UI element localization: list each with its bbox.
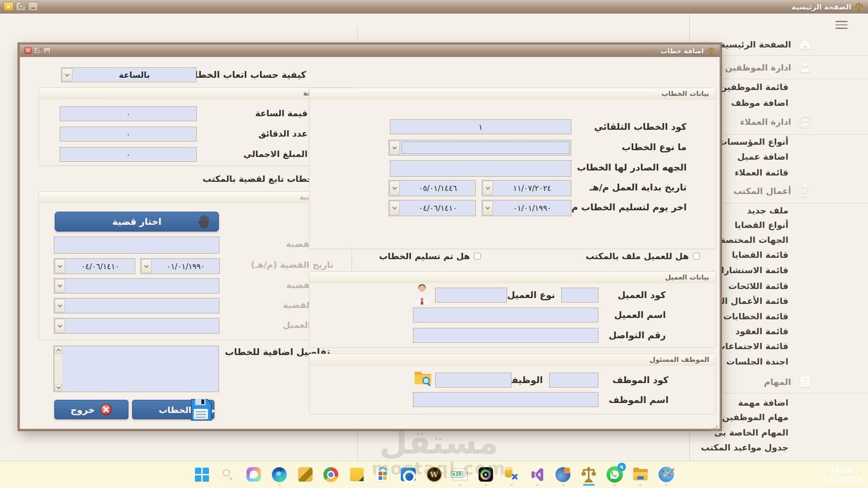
main-minimize-button[interactable] [28,2,38,11]
case-date-label: تاريخ القضية (م/هـ) [251,260,334,270]
x10-terminal-icon[interactable]: x10)7 [451,465,469,483]
main-restore-button[interactable] [16,2,26,11]
case-code-input[interactable] [54,237,219,254]
scroll-down-icon[interactable] [55,384,62,391]
paint-icon[interactable] [657,465,675,483]
total-amount-label: المبلغ الاجمالي [243,149,308,159]
running-app-indicator [665,484,668,486]
running-app-indicator [510,484,513,486]
total-amount-input[interactable]: ٠ [60,147,197,162]
sidebar-item-label: قائمة القضايا [732,250,788,260]
chrome-icon[interactable] [322,465,340,483]
choose-case-button[interactable]: اختار قضية [55,212,219,232]
main-window-controls: × [4,2,38,11]
outlook-icon[interactable] [399,465,417,483]
case-date-hijri-value: ٠٤/٠٦/١٤١٠ [66,259,135,274]
a-app-icon[interactable]: a [477,465,495,483]
edge-icon[interactable] [270,465,289,483]
folder-search-icon[interactable] [413,370,432,389]
microsoft-store-icon[interactable] [374,465,392,483]
copilot-icon[interactable] [245,465,263,483]
case-date-gregorian-picker[interactable]: ٠١/٠١/١٩٩٠ [140,258,220,274]
save-letter-button[interactable]: حفظ الخطاب [132,400,214,419]
deadline-gregorian-picker[interactable]: ٠١/٠١/١٩٩٠ [482,200,571,216]
running-app-indicator [278,484,281,486]
running-app-indicator [562,484,564,486]
dialog-restore-button[interactable] [34,47,41,54]
law-app-icon[interactable] [580,465,598,483]
issuer-input[interactable] [390,160,571,177]
deadline-hijri-value: ٠٤/٠٦/١٤١٠ [400,200,475,216]
sidebar-item-label: قائمة الموظفين [720,82,788,92]
textarea-scrollbar[interactable] [54,346,62,391]
sidebar-item-office-schedule[interactable]: جدول مواعيد المكتب [690,441,868,454]
add-letter-dialog: × اضافة خطاب كيفية حساب اتعاب الخطاب بال… [18,43,721,431]
dialog-close-button[interactable]: × [24,47,32,54]
sidebar-item-label: مهام الموظفين [722,412,788,422]
sidebar-item-label: الصفحة الرئيسية [720,39,791,49]
client-phone-input[interactable] [413,328,598,343]
case-group: بيانات القضية اختار قضية كود القضية تاري… [38,191,352,340]
issuer-label: الجهه الصادر لها الخطاب [577,162,687,173]
case-status-select[interactable] [54,298,219,313]
world-of-warcraft-icon[interactable]: W [425,465,443,483]
restore-icon [19,5,23,8]
letter-type-select[interactable] [389,140,571,156]
client-code-input[interactable] [561,288,598,303]
client-group-title: بيانات العميل [309,272,716,283]
client-type-input[interactable] [435,288,507,303]
dialog-title: اضافة خطاب [660,47,704,55]
case-date-hijri-picker[interactable]: ٠٤/٠٦/١٤١٠ [54,258,135,274]
sidebar-item-label: قائمة العقود [735,326,788,336]
scales-icon [854,2,863,11]
hour-value-input[interactable]: ٠ [60,106,197,121]
client-name-input[interactable] [413,308,598,322]
sidebar-item-label: قائمة الاجتماعات [716,341,788,351]
sidebar-item-label: الجهات المختصة [720,235,788,245]
letter-delivered-checkbox-label: هل تم تسليم الخطاب [379,251,470,261]
chevron-down-icon [55,279,65,293]
deadline-hijri-picker[interactable]: ٠٤/٠٦/١٤١٠ [389,200,476,216]
extra-details-textarea[interactable] [53,346,219,392]
employee-name-input[interactable] [413,392,598,407]
employee-name-label: اسم الموظف [609,394,669,405]
main-window-titlebar: × الصفحة الرئيسية [0,0,868,14]
resize-grip[interactable] [716,426,717,427]
taskbar-clock[interactable]: 13:26 7/11/2024 [821,465,862,486]
hamburger-menu-icon[interactable] [835,21,848,29]
gold-folder-app-icon[interactable] [296,465,314,483]
main-close-button[interactable]: × [4,2,14,11]
letter-code-input[interactable]: ١ [390,119,571,134]
whatsapp-icon[interactable]: ٩ [606,465,624,483]
client-role-select[interactable] [54,318,219,334]
dialog-minimize-button[interactable] [43,47,51,54]
fees-group: أتعاب اللائحة قيمة الساعة ٠ عدد الدقائق … [38,87,352,166]
windows-start-icon[interactable] [193,465,211,483]
sticky-notes-icon[interactable] [348,465,366,483]
whatsapp-badge: ٩ [617,463,626,471]
work-start-gregorian-picker[interactable]: ١١/٠٧/٢٠٢٤ [482,180,571,196]
minutes-count-input[interactable]: ٠ [60,127,197,142]
case-type-select[interactable] [54,278,219,294]
employee-code-label: كود الموظف [612,374,669,385]
chevron-down-icon [389,141,400,155]
file-explorer-icon[interactable] [631,465,650,483]
sql-tools-icon[interactable] [503,465,521,483]
employee-code-input[interactable] [549,373,598,388]
client-code-label: كود العميل [618,289,666,300]
fee-method-select[interactable]: بالساعة [61,67,196,82]
visual-studio-icon[interactable] [528,465,546,483]
active-app-indicator [583,484,595,486]
employee-job-input[interactable] [435,373,512,388]
puzzle-app-icon[interactable] [554,465,572,483]
client-avatar-icon [413,284,432,307]
chevron-down-icon [55,259,65,273]
exit-button-label: خروج [71,404,95,415]
fees-group-title: أتعاب اللائحة [39,88,351,99]
exit-button[interactable]: خروج [54,400,128,419]
search-icon[interactable] [219,465,237,483]
letter-delivered-checkbox[interactable] [474,253,481,260]
work-start-hijri-picker[interactable]: ٠٥/٠١/١٤٤٦ [389,180,476,196]
scroll-up-icon[interactable] [55,346,62,354]
client-file-checkbox[interactable] [693,253,700,260]
